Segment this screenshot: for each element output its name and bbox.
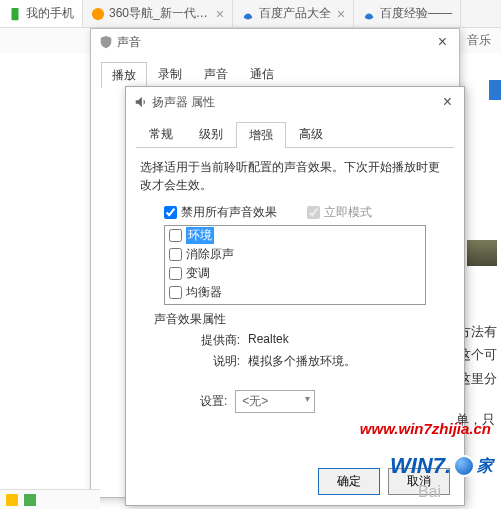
status-icon: [6, 494, 18, 506]
tab-advanced[interactable]: 高级: [286, 121, 336, 147]
instant-mode-checkbox: 立即模式: [307, 204, 372, 221]
phone-icon: [8, 7, 22, 21]
effect-item-equalizer[interactable]: 均衡器: [165, 283, 425, 302]
sound-dialog-titlebar: 声音 ×: [91, 29, 459, 55]
tab-general[interactable]: 常规: [136, 121, 186, 147]
tab-baidu-jingyan[interactable]: 百度经验——: [354, 0, 461, 27]
close-icon[interactable]: ×: [216, 6, 224, 22]
orb-icon: [453, 455, 475, 477]
effect-item-denoise[interactable]: 消除原声: [165, 245, 425, 264]
baidu-watermark: Bai: [418, 483, 441, 501]
description-value: 模拟多个播放环境。: [248, 353, 356, 370]
disable-all-input[interactable]: [164, 206, 177, 219]
tab-label: 360导航_新一代安全上网导航: [109, 5, 210, 22]
effect-checkbox[interactable]: [169, 229, 182, 242]
effect-checkbox[interactable]: [169, 267, 182, 280]
close-icon[interactable]: ×: [439, 93, 456, 111]
effect-properties-label: 声音效果属性: [154, 311, 450, 328]
tab-baidu-products[interactable]: 百度产品大全 ×: [233, 0, 354, 27]
link-music[interactable]: 音乐: [467, 32, 491, 49]
provider-row: 提供商: Realtek: [180, 332, 450, 349]
favicon-baidu-icon: [362, 7, 376, 21]
favicon-360-icon: [91, 7, 105, 21]
svg-point-1: [92, 7, 104, 19]
close-icon[interactable]: ×: [434, 33, 451, 51]
tab-label: 百度产品大全: [259, 5, 331, 22]
sound-dialog-tabs: 播放 录制 声音 通信: [101, 61, 449, 88]
enhance-content: 选择适用于当前聆听配置的声音效果。下次开始播放时更改才会生效。 禁用所有声音效果…: [126, 148, 464, 423]
instant-mode-input: [307, 206, 320, 219]
effect-item-environment[interactable]: 环境: [165, 226, 425, 245]
browser-tabs: 我的手机 360导航_新一代安全上网导航 × 百度产品大全 × 百度经验——: [0, 0, 501, 28]
tab-label: 我的手机: [26, 5, 74, 22]
speaker-dialog-tabs: 常规 级别 增强 高级: [136, 121, 454, 148]
favicon-baidu-icon: [241, 7, 255, 21]
disable-all-effects-checkbox[interactable]: 禁用所有声音效果: [164, 204, 277, 221]
speaker-properties-dialog: 扬声器 属性 × 常规 级别 增强 高级 选择适用于当前聆听配置的声音效果。下次…: [125, 86, 465, 506]
description-key: 说明:: [180, 353, 240, 370]
status-icon: [24, 494, 36, 506]
speaker-dialog-titlebar: 扬声器 属性 ×: [126, 87, 464, 117]
tab-label: 百度经验——: [380, 5, 452, 22]
effect-checkbox[interactable]: [169, 248, 182, 261]
status-icons: [6, 494, 36, 506]
tab-myphone[interactable]: 我的手机: [0, 0, 83, 27]
svg-rect-0: [12, 7, 19, 19]
tab-playback[interactable]: 播放: [101, 62, 147, 88]
enhance-description: 选择适用于当前聆听配置的声音效果。下次开始播放时更改才会生效。: [140, 158, 450, 194]
setting-select[interactable]: <无>: [235, 390, 315, 413]
side-thumbnail: [467, 240, 497, 266]
tab-sound[interactable]: 声音: [193, 61, 239, 87]
options-row: 禁用所有声音效果 立即模式: [164, 204, 450, 221]
provider-value: Realtek: [248, 332, 289, 349]
effect-checkbox[interactable]: [169, 286, 182, 299]
provider-key: 提供商:: [180, 332, 240, 349]
tab-level[interactable]: 级别: [186, 121, 236, 147]
side-bottom-text: 单，只: [456, 411, 495, 429]
ok-button[interactable]: 确定: [318, 468, 380, 495]
setting-label: 设置:: [200, 393, 227, 410]
watermark-logo: WIN7. 家: [390, 453, 493, 479]
description-row: 说明: 模拟多个播放环境。: [180, 353, 450, 370]
dialog-title-text: 声音: [117, 34, 434, 51]
effects-listbox[interactable]: 环境 消除原声 变调 均衡器: [164, 225, 426, 305]
sound-icon: [99, 35, 113, 49]
side-decoration: [489, 80, 501, 100]
setting-row: 设置: <无>: [200, 390, 450, 413]
tab-360[interactable]: 360导航_新一代安全上网导航 ×: [83, 0, 233, 27]
dialog-title-text: 扬声器 属性: [152, 94, 439, 111]
effect-item-pitch[interactable]: 变调: [165, 264, 425, 283]
tab-recording[interactable]: 录制: [147, 61, 193, 87]
tab-enhance[interactable]: 增强: [236, 122, 286, 148]
speaker-icon: [134, 95, 148, 109]
tab-comm[interactable]: 通信: [239, 61, 285, 87]
close-icon[interactable]: ×: [337, 6, 345, 22]
